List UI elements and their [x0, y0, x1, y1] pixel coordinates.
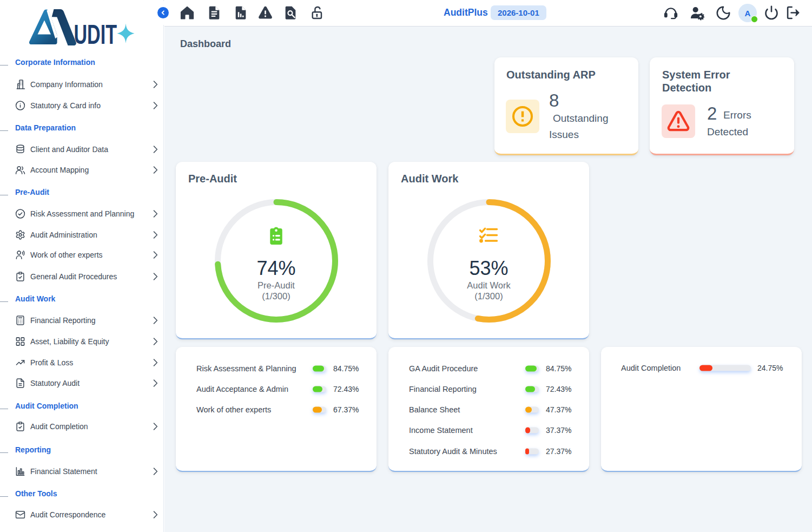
- svg-text:UDIT: UDIT: [74, 19, 117, 45]
